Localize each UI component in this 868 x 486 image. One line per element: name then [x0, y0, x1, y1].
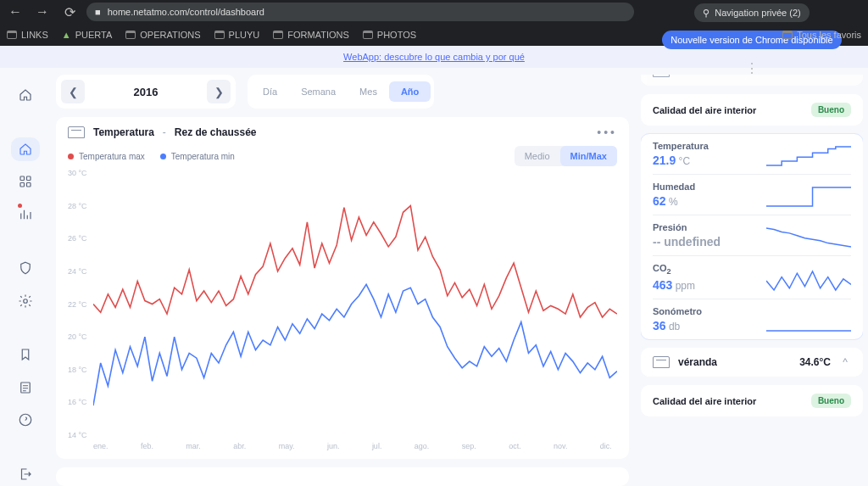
- range-month[interactable]: Mes: [348, 81, 389, 102]
- metric-pressure[interactable]: Presión-- undefined: [653, 215, 851, 255]
- site-icon: ■: [95, 7, 101, 17]
- nav-fwd[interactable]: →: [32, 2, 53, 22]
- legend-item-min: Temperatura min: [160, 152, 235, 161]
- bookmark-photos[interactable]: PHOTOS: [363, 30, 416, 40]
- sidebar-analytics-icon[interactable]: [11, 202, 40, 226]
- sparkline-icon: [766, 270, 851, 292]
- room-name: Rez de chaussée: [678, 75, 760, 77]
- nav-back[interactable]: ←: [5, 2, 25, 22]
- legend-dot-icon: [160, 154, 166, 159]
- chart-more-icon[interactable]: •••: [597, 126, 617, 139]
- metric-sonometer[interactable]: Sonómetro36 db: [653, 299, 851, 339]
- folder-icon: [214, 31, 225, 39]
- chart-plot-area: 14 °C16 °C18 °C20 °C22 °C24 °C26 °C28 °C…: [68, 173, 617, 435]
- room-temp: 34.6°C: [799, 356, 831, 368]
- sparkline-icon: [766, 145, 851, 167]
- sidebar-dashboard-icon[interactable]: [11, 137, 40, 161]
- folder-icon: [125, 31, 136, 39]
- chart-metric: Temperatura: [93, 126, 154, 138]
- nav-reload[interactable]: ⟳: [59, 2, 80, 22]
- chart-toolbar: ❮ 2016 ❯ Día Semana Mes Año: [56, 75, 629, 109]
- airq-label: Calidad del aire interior: [653, 105, 756, 115]
- svg-rect-3: [27, 183, 31, 187]
- legend-dot-icon: [68, 154, 74, 159]
- svg-rect-1: [27, 176, 31, 181]
- incognito-pill[interactable]: ⚲ Navigation privée (2): [694, 3, 810, 22]
- room-icon: [653, 75, 670, 77]
- svg-rect-2: [20, 183, 25, 187]
- sidebar-security-icon[interactable]: [11, 256, 40, 280]
- bookmark-links[interactable]: LINKS: [7, 30, 48, 40]
- airq-badge: Bueno: [811, 394, 851, 408]
- metric-humidity[interactable]: Humedad62 %: [653, 174, 851, 215]
- room-temp: 21.9°C: [799, 75, 831, 77]
- sidebar-home-icon[interactable]: [11, 83, 40, 107]
- chart-card: Temperatura - Rez de chaussée ••• Temper…: [56, 117, 629, 459]
- folder-icon: [363, 31, 373, 39]
- folder-icon: [7, 31, 17, 39]
- chevron-down-icon: ✕: [839, 75, 851, 77]
- room-icon: [653, 356, 670, 368]
- sidebar-logout-icon[interactable]: [11, 462, 40, 486]
- legend-item-max: Temperatura max: [68, 152, 145, 161]
- mode-medio[interactable]: Medio: [515, 146, 560, 166]
- year-label: 2016: [95, 86, 197, 98]
- sidebar-doc-icon[interactable]: [11, 376, 40, 399]
- display-mode-toggle: Medio Min/Max: [515, 146, 617, 166]
- sparkline-icon: [766, 186, 851, 208]
- next-card-peek: [56, 467, 629, 486]
- chart-x-axis: ene.feb.mar.abr.may.jun.jul.ago.sep.oct.…: [68, 442, 617, 450]
- folder-icon: [273, 31, 283, 39]
- chart-sep: -: [163, 126, 166, 138]
- all-favorites[interactable]: Tous les favoris: [782, 30, 861, 40]
- air-quality-row-veranda: Calidad del aire interior Bueno: [641, 385, 863, 416]
- sparkline-icon: [766, 310, 851, 332]
- year-next-button[interactable]: ❯: [207, 80, 231, 103]
- triangle-icon: ▲: [62, 30, 71, 40]
- sidebar: [0, 68, 51, 486]
- sparkline-icon: [766, 226, 851, 249]
- airq-label: Calidad del aire interior: [653, 396, 756, 406]
- bookmark-operations[interactable]: OPERATIONS: [125, 30, 200, 40]
- metrics-card: Temperatura21.9 °C Humedad62 % Presión--…: [641, 134, 863, 339]
- sidebar-rooms-icon[interactable]: [11, 170, 40, 193]
- chevron-up-icon: ^: [839, 356, 851, 368]
- rooms-panel: Rez de chaussée 21.9°C ✕ Calidad del air…: [641, 75, 863, 486]
- bookmark-puerta[interactable]: ▲PUERTA: [62, 30, 113, 40]
- promo-link[interactable]: WebApp: descubre lo que cambia y por qué: [343, 52, 525, 62]
- range-toggle: Día Semana Mes Año: [248, 75, 434, 109]
- address-bar[interactable]: ■ home.netatmo.com/control/dashboard: [86, 3, 634, 21]
- svg-point-4: [24, 299, 28, 303]
- sidebar-help-icon[interactable]: [11, 408, 40, 432]
- air-quality-row: Calidad del aire interior Bueno: [641, 94, 863, 126]
- mode-minmax[interactable]: Min/Max: [560, 146, 617, 166]
- incognito-icon: ⚲: [703, 8, 709, 19]
- folder-icon: [782, 31, 793, 39]
- chart-room: Rez de chaussée: [175, 126, 257, 138]
- bookmark-formations[interactable]: FORMATIONS: [273, 30, 349, 40]
- bookmark-pluyu[interactable]: PLUYU: [214, 30, 260, 40]
- room-icon: [68, 126, 85, 138]
- metric-co2[interactable]: CO2463 ppm: [653, 255, 851, 299]
- room-name: véranda: [678, 356, 717, 368]
- metric-temperature[interactable]: Temperatura21.9 °C: [653, 134, 851, 174]
- sidebar-bookmark-icon[interactable]: [11, 343, 40, 366]
- airq-badge: Bueno: [811, 103, 851, 117]
- svg-rect-0: [20, 176, 25, 181]
- sidebar-settings-icon[interactable]: [11, 289, 40, 313]
- year-prev-button[interactable]: ❮: [61, 80, 85, 103]
- year-navigator: ❮ 2016 ❯: [56, 75, 236, 109]
- range-week[interactable]: Semana: [289, 81, 348, 102]
- room-rez-header[interactable]: Rez de chaussée 21.9°C ✕: [641, 75, 863, 86]
- url-text: home.netatmo.com/control/dashboard: [108, 7, 264, 17]
- range-year[interactable]: Año: [389, 81, 431, 102]
- range-day[interactable]: Día: [251, 81, 289, 102]
- room-veranda-header[interactable]: véranda 34.6°C ^: [641, 348, 863, 377]
- browser-chrome: ← → ⟳ ■ home.netatmo.com/control/dashboa…: [0, 0, 868, 46]
